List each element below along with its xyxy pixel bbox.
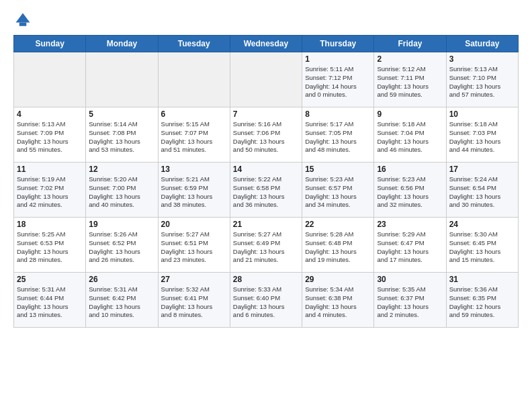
- day-cell: 10Sunrise: 5:18 AM Sunset: 7:03 PM Dayli…: [446, 107, 518, 163]
- day-info: Sunrise: 5:27 AM Sunset: 6:49 PM Dayligh…: [233, 230, 299, 265]
- day-cell: 23Sunrise: 5:29 AM Sunset: 6:47 PM Dayli…: [374, 218, 446, 273]
- day-info: Sunrise: 5:15 AM Sunset: 7:07 PM Dayligh…: [161, 120, 227, 154]
- day-info: Sunrise: 5:22 AM Sunset: 6:58 PM Dayligh…: [233, 175, 299, 210]
- day-cell: 17Sunrise: 5:24 AM Sunset: 6:54 PM Dayli…: [446, 163, 518, 218]
- day-number: 10: [449, 109, 515, 119]
- day-info: Sunrise: 5:23 AM Sunset: 6:57 PM Dayligh…: [305, 175, 371, 210]
- day-number: 25: [17, 275, 83, 284]
- day-info: Sunrise: 5:18 AM Sunset: 7:04 PM Dayligh…: [377, 120, 443, 154]
- day-cell: 19Sunrise: 5:26 AM Sunset: 6:52 PM Dayli…: [86, 218, 158, 273]
- day-cell: 13Sunrise: 5:21 AM Sunset: 6:59 PM Dayli…: [158, 163, 230, 218]
- day-info: Sunrise: 5:23 AM Sunset: 6:56 PM Dayligh…: [377, 175, 443, 210]
- page: SundayMondayTuesdayWednesdayThursdayFrid…: [0, 0, 532, 411]
- day-cell: 7Sunrise: 5:16 AM Sunset: 7:06 PM Daylig…: [230, 107, 302, 163]
- day-cell: 1Sunrise: 5:11 AM Sunset: 7:12 PM Daylig…: [302, 52, 374, 107]
- day-number: 1: [305, 54, 371, 64]
- day-number: 13: [161, 165, 227, 174]
- day-cell: 9Sunrise: 5:18 AM Sunset: 7:04 PM Daylig…: [374, 107, 446, 163]
- day-cell: 24Sunrise: 5:30 AM Sunset: 6:45 PM Dayli…: [446, 218, 518, 273]
- header-sunday: Sunday: [14, 36, 86, 52]
- day-info: Sunrise: 5:32 AM Sunset: 6:41 PM Dayligh…: [161, 285, 227, 320]
- day-info: Sunrise: 5:28 AM Sunset: 6:48 PM Dayligh…: [305, 230, 371, 265]
- day-cell: 18Sunrise: 5:25 AM Sunset: 6:53 PM Dayli…: [14, 218, 86, 273]
- day-cell: 15Sunrise: 5:23 AM Sunset: 6:57 PM Dayli…: [302, 163, 374, 218]
- day-cell: 12Sunrise: 5:20 AM Sunset: 7:00 PM Dayli…: [86, 163, 158, 218]
- calendar-table: SundayMondayTuesdayWednesdayThursdayFrid…: [13, 35, 519, 328]
- header: [13, 11, 519, 30]
- day-info: Sunrise: 5:13 AM Sunset: 7:10 PM Dayligh…: [449, 65, 515, 99]
- week-row-1: 1Sunrise: 5:11 AM Sunset: 7:12 PM Daylig…: [14, 52, 519, 107]
- day-cell: 3Sunrise: 5:13 AM Sunset: 7:10 PM Daylig…: [446, 52, 518, 107]
- day-number: 7: [233, 109, 299, 119]
- day-cell: 8Sunrise: 5:17 AM Sunset: 7:05 PM Daylig…: [302, 107, 374, 163]
- week-row-3: 11Sunrise: 5:19 AM Sunset: 7:02 PM Dayli…: [14, 163, 519, 218]
- logo-icon: [13, 11, 32, 30]
- day-info: Sunrise: 5:13 AM Sunset: 7:09 PM Dayligh…: [17, 120, 83, 154]
- day-info: Sunrise: 5:14 AM Sunset: 7:08 PM Dayligh…: [89, 120, 154, 154]
- header-tuesday: Tuesday: [158, 36, 230, 52]
- day-info: Sunrise: 5:17 AM Sunset: 7:05 PM Dayligh…: [305, 120, 371, 154]
- week-row-4: 18Sunrise: 5:25 AM Sunset: 6:53 PM Dayli…: [14, 218, 519, 273]
- day-number: 28: [233, 275, 299, 284]
- header-monday: Monday: [86, 36, 158, 52]
- day-number: 11: [17, 165, 83, 174]
- day-number: 3: [449, 54, 515, 64]
- day-info: Sunrise: 5:31 AM Sunset: 6:42 PM Dayligh…: [89, 285, 154, 320]
- day-cell: 21Sunrise: 5:27 AM Sunset: 6:49 PM Dayli…: [230, 218, 302, 273]
- day-number: 31: [449, 275, 515, 284]
- day-number: 27: [161, 275, 227, 284]
- day-cell: 22Sunrise: 5:28 AM Sunset: 6:48 PM Dayli…: [302, 218, 374, 273]
- day-cell: 30Sunrise: 5:35 AM Sunset: 6:37 PM Dayli…: [374, 273, 446, 328]
- day-info: Sunrise: 5:31 AM Sunset: 6:44 PM Dayligh…: [17, 285, 83, 320]
- day-info: Sunrise: 5:36 AM Sunset: 6:35 PM Dayligh…: [449, 285, 515, 320]
- day-number: 4: [17, 109, 83, 119]
- day-info: Sunrise: 5:11 AM Sunset: 7:12 PM Dayligh…: [305, 65, 371, 99]
- day-cell: 27Sunrise: 5:32 AM Sunset: 6:41 PM Dayli…: [158, 273, 230, 328]
- day-number: 12: [89, 165, 154, 174]
- day-info: Sunrise: 5:30 AM Sunset: 6:45 PM Dayligh…: [449, 230, 515, 265]
- day-cell: 25Sunrise: 5:31 AM Sunset: 6:44 PM Dayli…: [14, 273, 86, 328]
- day-info: Sunrise: 5:12 AM Sunset: 7:11 PM Dayligh…: [377, 65, 443, 99]
- day-number: 30: [377, 275, 443, 284]
- day-number: 21: [233, 220, 299, 229]
- day-cell: 4Sunrise: 5:13 AM Sunset: 7:09 PM Daylig…: [14, 107, 86, 163]
- day-cell: 6Sunrise: 5:15 AM Sunset: 7:07 PM Daylig…: [158, 107, 230, 163]
- day-info: Sunrise: 5:21 AM Sunset: 6:59 PM Dayligh…: [161, 175, 227, 210]
- day-cell: [14, 52, 86, 107]
- day-number: 20: [161, 220, 227, 229]
- day-info: Sunrise: 5:34 AM Sunset: 6:38 PM Dayligh…: [305, 285, 371, 320]
- day-number: 19: [89, 220, 154, 229]
- day-number: 16: [377, 165, 443, 174]
- day-cell: 16Sunrise: 5:23 AM Sunset: 6:56 PM Dayli…: [374, 163, 446, 218]
- day-cell: 5Sunrise: 5:14 AM Sunset: 7:08 PM Daylig…: [86, 107, 158, 163]
- day-number: 17: [449, 165, 515, 174]
- day-info: Sunrise: 5:26 AM Sunset: 6:52 PM Dayligh…: [89, 230, 154, 265]
- header-wednesday: Wednesday: [230, 36, 302, 52]
- day-cell: 20Sunrise: 5:27 AM Sunset: 6:51 PM Dayli…: [158, 218, 230, 273]
- day-cell: 29Sunrise: 5:34 AM Sunset: 6:38 PM Dayli…: [302, 273, 374, 328]
- day-cell: 14Sunrise: 5:22 AM Sunset: 6:58 PM Dayli…: [230, 163, 302, 218]
- day-cell: [158, 52, 230, 107]
- day-number: 2: [377, 54, 443, 64]
- day-number: 24: [449, 220, 515, 229]
- day-info: Sunrise: 5:18 AM Sunset: 7:03 PM Dayligh…: [449, 120, 515, 154]
- day-cell: 28Sunrise: 5:33 AM Sunset: 6:40 PM Dayli…: [230, 273, 302, 328]
- day-number: 23: [377, 220, 443, 229]
- day-info: Sunrise: 5:16 AM Sunset: 7:06 PM Dayligh…: [233, 120, 299, 154]
- day-cell: 26Sunrise: 5:31 AM Sunset: 6:42 PM Dayli…: [86, 273, 158, 328]
- header-friday: Friday: [374, 36, 446, 52]
- logo: [13, 11, 35, 30]
- calendar-header-row: SundayMondayTuesdayWednesdayThursdayFrid…: [14, 36, 519, 52]
- day-cell: [86, 52, 158, 107]
- day-number: 22: [305, 220, 371, 229]
- day-number: 5: [89, 109, 154, 119]
- week-row-5: 25Sunrise: 5:31 AM Sunset: 6:44 PM Dayli…: [14, 273, 519, 328]
- header-thursday: Thursday: [302, 36, 374, 52]
- day-info: Sunrise: 5:33 AM Sunset: 6:40 PM Dayligh…: [233, 285, 299, 320]
- svg-marker-0: [16, 13, 30, 23]
- day-cell: 11Sunrise: 5:19 AM Sunset: 7:02 PM Dayli…: [14, 163, 86, 218]
- day-info: Sunrise: 5:20 AM Sunset: 7:00 PM Dayligh…: [89, 175, 154, 210]
- header-saturday: Saturday: [446, 36, 518, 52]
- day-info: Sunrise: 5:35 AM Sunset: 6:37 PM Dayligh…: [377, 285, 443, 320]
- day-info: Sunrise: 5:19 AM Sunset: 7:02 PM Dayligh…: [17, 175, 83, 210]
